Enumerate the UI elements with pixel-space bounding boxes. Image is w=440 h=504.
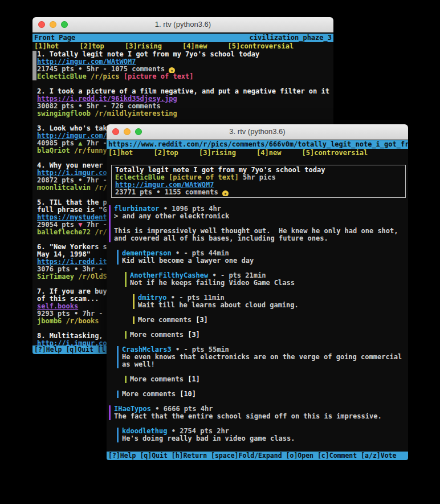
body-text: More comments bbox=[138, 316, 195, 324]
post-link[interactable]: http://imgur.com/WAtWQM7 bbox=[115, 181, 214, 189]
meta-text: • - pts 44min bbox=[172, 250, 229, 257]
text-row: Not if he keeps failing Video Game Class bbox=[130, 279, 408, 287]
more-comments[interactable]: More comments [3] bbox=[133, 316, 408, 324]
text-row: dementperson • - pts 44min bbox=[122, 250, 408, 257]
subreddit-link[interactable]: /r/books bbox=[62, 318, 99, 325]
post-link[interactable]: http://i.imgur.co bbox=[37, 340, 107, 346]
comment[interactable]: dementperson • - pts 44minKid will becom… bbox=[117, 250, 408, 265]
post-item[interactable]: 1. Totally legit note I got from my 7yo'… bbox=[32, 51, 333, 80]
page-title: Front Page bbox=[34, 34, 75, 42]
more-comments[interactable]: More comments [3] bbox=[125, 331, 408, 339]
titlebar[interactable]: 3. rtv (python3.6) bbox=[107, 124, 408, 140]
username-link[interactable]: jbomb6 bbox=[37, 318, 62, 325]
meta-text: 23771 pts • 1155 comments bbox=[115, 189, 222, 196]
comment-author[interactable]: flurbinator bbox=[114, 205, 159, 213]
comment-author[interactable]: IHaeTypos bbox=[114, 405, 151, 413]
subreddit-link[interactable]: /r/ bbox=[91, 229, 107, 236]
body-text: > and any other elecktronick bbox=[114, 213, 229, 220]
status-bar: [?]Help [q]Quit [h]Return [space]Fold/Ex… bbox=[107, 452, 408, 460]
text-row: kdoodlethug • 2754 pts 2hr bbox=[122, 428, 408, 435]
post-link[interactable]: https://mystudent bbox=[37, 214, 107, 221]
meta-text: • 6666 pts 4hr bbox=[151, 405, 213, 413]
title-text: 7. If you are buy bbox=[37, 288, 107, 295]
username-link[interactable]: EclecticBlue bbox=[37, 73, 87, 80]
meta-text: 3076 pts • 3hr - bbox=[37, 266, 107, 273]
title-text: full phrase is "G bbox=[37, 206, 107, 214]
text-row bbox=[114, 220, 408, 227]
username-link[interactable]: SirTimaey bbox=[37, 273, 74, 281]
subreddit-link[interactable]: /r/ bbox=[91, 184, 107, 192]
subreddit-link[interactable]: /r/mildlyinteresting bbox=[91, 110, 177, 117]
window-title: 3. rtv (python3.6) bbox=[107, 124, 408, 139]
text-row: CrashMclars3 • - pts 55min bbox=[122, 346, 408, 353]
terminal-comments: https://www.reddit.com/r/pics/comments/6… bbox=[107, 140, 408, 460]
submission-box[interactable]: Totally legit note I got from my 7yo's s… bbox=[111, 165, 406, 198]
body-text: Not if he keeps failing Video Game Class bbox=[130, 279, 295, 287]
selection-cursor bbox=[32, 51, 36, 80]
subreddit-link[interactable]: /r/pics bbox=[87, 73, 120, 80]
subreddit-link[interactable]: [picture of text] bbox=[165, 174, 239, 181]
text-row: He even knows that electronicks are on t… bbox=[122, 353, 408, 361]
text-row: Wait till he learns about cloud gaming. bbox=[138, 302, 408, 309]
post-link-visited[interactable]: https://i.redd.it/96ikd35djesy.jpg bbox=[37, 95, 177, 103]
text-row: AnotherFilthyCashew • - pts 21min bbox=[130, 272, 408, 279]
body-text: More comments bbox=[130, 376, 188, 383]
post-item[interactable]: 2. I took a picture of a film negative, … bbox=[32, 88, 333, 117]
text-row: Totally legit note I got from my 7yo's s… bbox=[115, 166, 402, 174]
comment-author[interactable]: kdoodlethug bbox=[122, 428, 167, 435]
username-link[interactable]: swingingfloob bbox=[37, 110, 91, 117]
meta-text: • - pts 55min bbox=[172, 346, 229, 353]
title-text: Totally legit note I got from my 7yo's s… bbox=[115, 166, 325, 174]
text-row: This is impressively well thought out. H… bbox=[114, 227, 408, 235]
post-link[interactable]: http://i.imgur.co bbox=[37, 169, 107, 177]
comment[interactable]: flurbinator • 1096 pts 4hr> and any othe… bbox=[109, 205, 408, 242]
more-comments[interactable]: More comments [10] bbox=[117, 391, 408, 398]
comment-author[interactable]: dmitryo bbox=[138, 294, 167, 302]
text-row: More comments [10] bbox=[122, 391, 408, 398]
username-link[interactable]: EclecticBlue bbox=[115, 174, 165, 181]
comment-author[interactable]: dementperson bbox=[122, 250, 172, 257]
meta-text: 40985 pts bbox=[37, 140, 78, 147]
text-row: as well! bbox=[122, 361, 408, 368]
meta-text: 30082 pts • 5hr - 726 comments bbox=[37, 103, 161, 110]
title-text: [3] bbox=[195, 316, 208, 324]
text-row: Kid will become a lawyer one day bbox=[122, 257, 408, 265]
meta-text: • - pts 11min bbox=[167, 294, 225, 302]
comment-author[interactable]: AnotherFilthyCashew bbox=[130, 272, 208, 279]
titlebar[interactable]: 1. rtv (python3.6) bbox=[32, 17, 333, 32]
text-row: and covered all of his bases, including … bbox=[114, 235, 408, 242]
comment-author[interactable]: CrashMclars3 bbox=[122, 346, 172, 353]
comment[interactable]: AnotherFilthyCashew • - pts 21minNot if … bbox=[125, 272, 408, 287]
text-row: http://imgur.com/WAtWQM7 bbox=[115, 181, 402, 189]
text-row: EclecticBlue /r/pics [picture of text] bbox=[37, 73, 333, 80]
subreddit-link[interactable]: /r/funny bbox=[70, 147, 107, 155]
post-link[interactable]: http://imgur.com/WAtWQM7 bbox=[37, 58, 136, 66]
comment-list: flurbinator • 1096 pts 4hr> and any othe… bbox=[109, 205, 408, 450]
title-text: [1] bbox=[188, 376, 200, 383]
username-link[interactable]: ballefleche72 bbox=[37, 229, 91, 236]
page-header-bar: Front Page civilization_phaze_3 bbox=[32, 34, 333, 42]
text-row: IHaeTypos • 6666 pts 4hr bbox=[114, 405, 408, 413]
subreddit-link[interactable]: /r/OldS bbox=[74, 273, 107, 281]
more-comments[interactable]: More comments [1] bbox=[125, 376, 408, 383]
meta-text: 20872 pts • 7hr - bbox=[37, 177, 111, 184]
window-comments: 3. rtv (python3.6) https://www.reddit.co… bbox=[107, 124, 408, 460]
body-text: Kid will become a lawyer one day bbox=[122, 257, 254, 265]
comment[interactable]: IHaeTypos • 6666 pts 4hrThe fact that th… bbox=[109, 405, 408, 420]
username-link[interactable]: blaQriot bbox=[37, 147, 70, 155]
post-link[interactable]: http://imgur.com/ bbox=[37, 132, 107, 140]
comment[interactable]: dmitryo • - pts 11minWait till he learns… bbox=[133, 294, 408, 309]
sort-menu[interactable]: [1]hot [2]top [3]rising [4]new [5]contro… bbox=[32, 42, 333, 51]
text-row: flurbinator • 1096 pts 4hr bbox=[114, 205, 408, 213]
meta-text: • 1096 pts 4hr bbox=[159, 205, 221, 213]
post-link[interactable]: https://i.redd.it bbox=[37, 258, 107, 266]
username-link[interactable]: moonlitcalvin bbox=[37, 184, 91, 192]
post-link-visited[interactable]: self.books bbox=[37, 303, 78, 310]
text-row: swingingfloob /r/mildlyinteresting bbox=[37, 110, 333, 117]
body-text: Wait till he learns about cloud gaming. bbox=[138, 302, 299, 309]
comment[interactable]: kdoodlethug • 2754 pts 2hrHe's doing rea… bbox=[117, 428, 408, 442]
sort-menu[interactable]: [1]hot [2]top [3]rising [4]new [5]contro… bbox=[107, 149, 408, 157]
text-row: 30082 pts • 5hr - 726 comments bbox=[37, 103, 333, 110]
body-text: He's doing really bad in video game clas… bbox=[122, 435, 295, 442]
comment[interactable]: CrashMclars3 • - pts 55minHe even knows … bbox=[117, 346, 408, 368]
